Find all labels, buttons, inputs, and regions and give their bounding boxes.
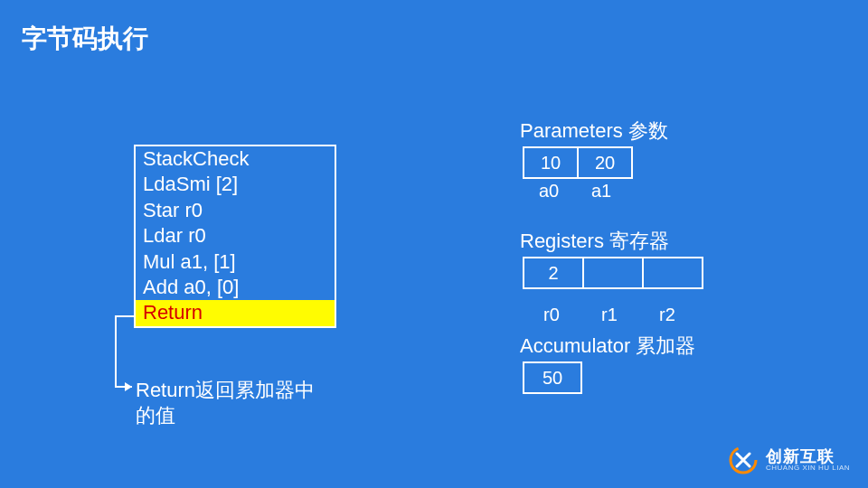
param-cell: 10: [523, 146, 579, 179]
accumulator-title: Accumulator 累加器: [520, 333, 695, 360]
accumulator-cell: 50: [523, 361, 582, 394]
accumulator-cells: 50: [523, 361, 582, 394]
register-label: r0: [523, 305, 580, 325]
code-line: Mul a1, [1]: [136, 249, 335, 275]
code-line: Add a0, [0]: [136, 275, 335, 300]
parameters-labels: a0 a1: [523, 181, 627, 202]
code-line: Ldar r0: [136, 223, 335, 249]
code-line: Star r0: [136, 198, 335, 223]
register-cell: [582, 257, 644, 289]
register-label: r1: [580, 305, 638, 325]
logo-text: 创新互联 CHUANG XIN HU LIAN: [766, 448, 850, 472]
param-cell: 20: [577, 146, 633, 179]
brand-logo: 创新互联 CHUANG XIN HU LIAN: [728, 445, 850, 475]
page-title: 字节码执行: [22, 22, 148, 56]
registers-labels: r0 r1 r2: [523, 305, 696, 325]
registers-title: Registers 寄存器: [520, 228, 669, 255]
registers-cells: 2: [523, 257, 703, 289]
param-label: a0: [523, 181, 575, 202]
register-cell: [642, 257, 703, 289]
logo-cn: 创新互联: [766, 448, 850, 465]
register-label: r2: [638, 305, 696, 325]
param-label: a1: [575, 181, 627, 202]
code-note: Return返回累加器中的值: [136, 378, 335, 427]
parameters-title: Parameters 参数: [520, 117, 668, 145]
logo-icon: [728, 445, 759, 475]
arrow-icon: [114, 316, 136, 390]
bytecode-list: StackCheck LdaSmi [2] Star r0 Ldar r0 Mu…: [134, 145, 336, 328]
code-line: StackCheck: [136, 146, 335, 172]
code-line-current: Return: [136, 300, 335, 325]
register-cell: 2: [523, 257, 584, 289]
parameters-cells: 10 20: [523, 146, 633, 179]
code-line: LdaSmi [2]: [136, 172, 335, 197]
logo-en: CHUANG XIN HU LIAN: [766, 465, 850, 472]
